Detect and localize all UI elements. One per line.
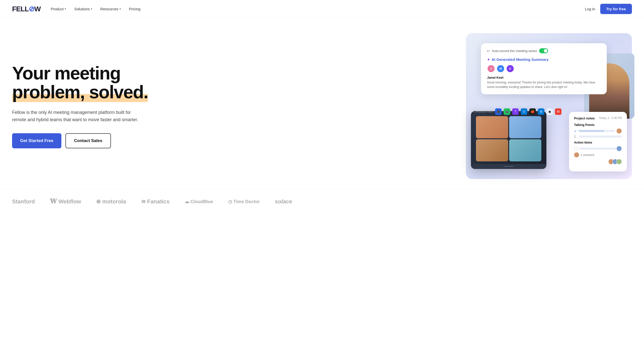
avatar-3: K — [506, 65, 514, 73]
logo-stanford: Stanford — [12, 198, 35, 205]
logo-webflow: 𝐖Webflow — [50, 197, 81, 206]
hero-section: Your meeting problem, solved. Fellow is … — [0, 18, 644, 189]
nav-resources[interactable]: Resources ▾ — [100, 7, 121, 11]
hero-buttons: Get Started Free Contact Sales — [12, 133, 148, 148]
notes-num-bar — [579, 136, 622, 138]
avatar-2: M — [497, 65, 505, 73]
nav-links: Product ▾ Solutions ▾ Resources ▾ Pricin… — [51, 7, 140, 11]
record-icon: ↩ — [487, 49, 490, 53]
contact-sales-button[interactable]: Contact Sales — [65, 133, 111, 148]
logo-timedoctor: ◷ Time Doctor — [228, 199, 260, 204]
nav-solutions[interactable]: Solutions ▾ — [74, 7, 92, 11]
check-icon: ✓ — [574, 129, 577, 133]
nav-right: Log in Try for free — [585, 4, 632, 14]
hero-headline: Your meeting problem, solved. — [12, 64, 148, 102]
laptop-screen — [471, 111, 546, 169]
logo-fanatics: ≋ Fanatics — [141, 198, 170, 205]
chevron-down-icon: ▾ — [65, 7, 66, 11]
laptop-chin — [471, 164, 546, 169]
chevron-down-icon: ▾ — [119, 7, 121, 11]
auto-record-row: ↩ Auto-record this meeting series — [487, 48, 601, 53]
mockup-background: ↩ Auto-record this meeting series ✦ AI G… — [466, 33, 632, 179]
notes-header: Project notes Today, 2 - 2:30 PM — [574, 116, 622, 120]
logo-symbol: ⊘ — [29, 5, 34, 13]
comment-text: 1 comment — [581, 153, 594, 156]
commenter-avatar — [574, 152, 579, 157]
logo-solace: solace — [275, 198, 292, 205]
project-notes-card: Project notes Today, 2 - 2:30 PM Talking… — [569, 112, 627, 171]
nav-product[interactable]: Product ▾ — [51, 7, 66, 11]
video-tile-3 — [476, 139, 508, 161]
apple-icon: 🍎 — [529, 108, 536, 115]
sparkle-icon: ✦ — [487, 58, 490, 62]
hero-content: Your meeting problem, solved. Fellow is … — [12, 64, 148, 149]
outlook-icon: O — [521, 108, 527, 115]
auto-record-toggle[interactable] — [539, 48, 548, 53]
ai-summary-card: ↩ Auto-record this meeting series ✦ AI G… — [481, 43, 607, 94]
headline-highlight: problem, solved. — [12, 82, 148, 102]
avatar-group — [574, 159, 622, 164]
navbar: FELL⊘W Product ▾ Solutions ▾ Resources ▾… — [0, 0, 644, 18]
comment-row: 1 comment — [574, 152, 622, 157]
avatar-1: J — [487, 65, 495, 73]
zoom-icon: 🎥 — [495, 108, 502, 115]
nav-pricing[interactable]: Pricing — [129, 7, 141, 11]
avatar-small-row — [608, 159, 622, 164]
login-button[interactable]: Log in — [585, 7, 595, 11]
nav-left: FELL⊘W Product ▾ Solutions ▾ Resources ▾… — [12, 5, 140, 13]
checkbox-unchecked[interactable] — [574, 147, 578, 150]
laptop-card — [471, 111, 546, 169]
notes-item-numbered: 1. — [574, 135, 622, 138]
avatar-row: J M K — [487, 65, 601, 73]
logo-motorola: ⊕ motorola — [96, 198, 126, 205]
action-bar — [579, 148, 616, 150]
notes-item-checked: ✓ — [574, 128, 622, 134]
try-free-button[interactable]: Try for free — [600, 4, 632, 14]
logo-cloudblue: ☁ CloudBlue — [185, 199, 213, 204]
logos-strip: Stanford 𝐖Webflow ⊕ motorola ≋ Fanatics … — [0, 189, 644, 214]
logo[interactable]: FELL⊘W — [12, 5, 41, 13]
ai-summary-body: Janet Keel Good morning, everyone! Thank… — [487, 75, 601, 89]
laptop-chin-indicator — [504, 166, 514, 167]
hero-subtext: Fellow is the only AI meeting management… — [12, 109, 143, 123]
action-avatar — [616, 146, 622, 151]
compatible-label: Compatible with — [473, 110, 493, 113]
notes-bar-fill — [579, 130, 604, 132]
video-tile-2 — [509, 116, 541, 138]
action-items-section: Action items 1 comment — [574, 141, 622, 164]
ai-title: ✦ AI Generated Meeting Summary — [487, 57, 601, 62]
chevron-down-icon: ▾ — [91, 7, 92, 11]
action-item-1 — [574, 146, 622, 151]
group-avatar-3 — [616, 159, 622, 164]
compat-icons: 🎥 📹 T O 🍎 ⊞ ◉ M — [495, 108, 561, 115]
google-meet-icon: 📹 — [504, 108, 510, 115]
talking-points-section: Talking Points ✓ 1. — [574, 123, 622, 138]
notes-avatar — [616, 128, 622, 134]
auto-record-label: Auto-record this meeting series — [492, 49, 537, 53]
get-started-button[interactable]: Get Started Free — [12, 133, 61, 148]
video-tile-1 — [476, 116, 508, 138]
notes-bar — [579, 130, 615, 132]
windows-icon: ⊞ — [538, 108, 544, 115]
chrome-icon: ◉ — [546, 108, 553, 115]
compatible-row: Compatible with 🎥 📹 T O 🍎 ⊞ ◉ M — [473, 108, 561, 115]
teams-icon: T — [512, 108, 519, 115]
hero-mockup: ↩ Auto-record this meeting series ✦ AI G… — [148, 33, 632, 179]
gmail-icon: M — [555, 108, 561, 115]
video-tile-4 — [509, 139, 541, 161]
